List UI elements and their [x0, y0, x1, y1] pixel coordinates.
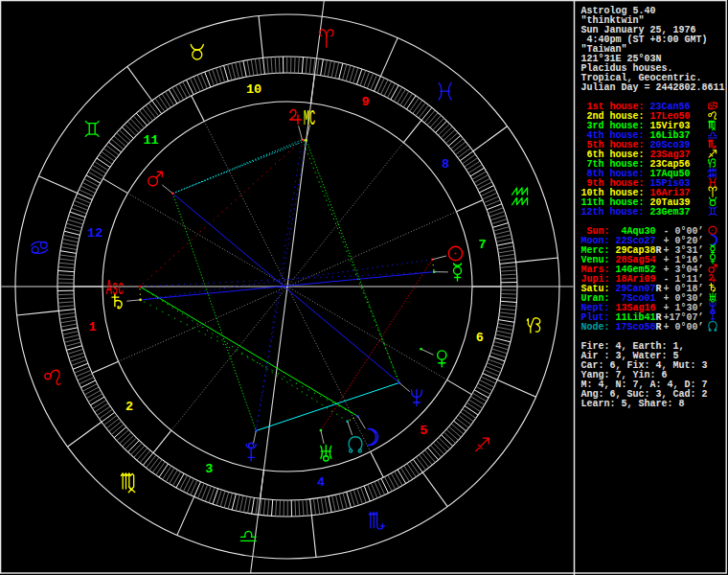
- svg-text:3: 3: [205, 462, 213, 476]
- svg-text:+ 0°00’: + 0°00’: [664, 321, 704, 333]
- svg-text:9: 9: [362, 95, 370, 109]
- svg-text:17Sco58: 17Sco58: [616, 321, 656, 333]
- svg-text:Asc: Asc: [106, 277, 125, 300]
- svg-text:MC: MC: [304, 107, 315, 130]
- svg-text:1: 1: [88, 320, 96, 334]
- svg-text:6: 6: [476, 331, 484, 345]
- svg-text:R: R: [656, 283, 662, 294]
- svg-text:2: 2: [125, 400, 133, 414]
- svg-text:Learn: 5, Share: 8: Learn: 5, Share: 8: [581, 398, 685, 409]
- svg-text:4: 4: [317, 475, 325, 490]
- svg-text:Node:: Node:: [581, 321, 610, 333]
- svg-text:12th house:: 12th house:: [581, 206, 645, 218]
- svg-text:12: 12: [87, 226, 102, 241]
- svg-text:R: R: [656, 244, 662, 256]
- svg-text:7: 7: [478, 238, 486, 252]
- svg-text:8: 8: [442, 157, 449, 172]
- svg-text:11: 11: [143, 133, 158, 148]
- svg-text:5: 5: [420, 424, 427, 438]
- svg-text:10: 10: [246, 82, 262, 97]
- svg-text:Julian Day = 2442802.8611: Julian Day = 2442802.8611: [581, 81, 725, 93]
- svg-text:23Gem37: 23Gem37: [650, 206, 691, 218]
- svg-text:R: R: [656, 321, 662, 333]
